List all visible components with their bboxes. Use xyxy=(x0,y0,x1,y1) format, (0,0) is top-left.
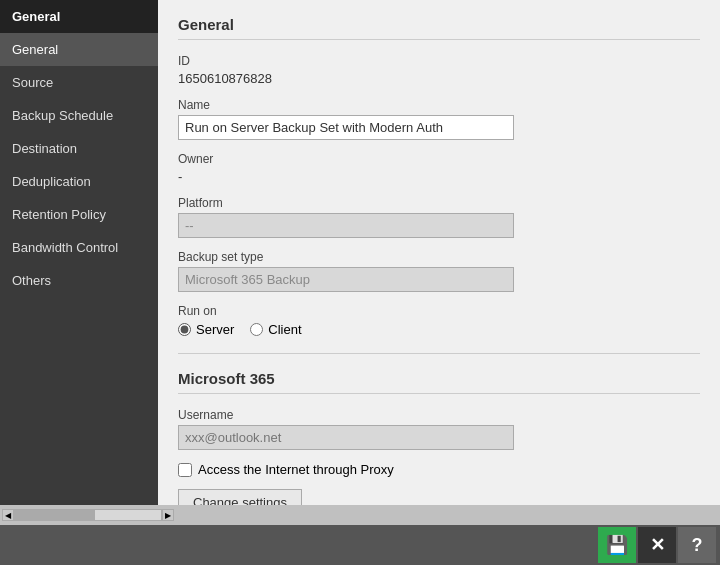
platform-field-group: Platform xyxy=(178,196,700,238)
bottom-toolbar: 💾 ✕ ? xyxy=(0,525,720,565)
change-settings-button[interactable]: Change settings xyxy=(178,489,302,505)
run-on-server-radio[interactable] xyxy=(178,323,191,336)
scrollbar-thumb[interactable] xyxy=(15,510,95,520)
sidebar-item-general[interactable]: General xyxy=(0,33,158,66)
run-on-client-label: Client xyxy=(268,322,301,337)
proxy-label: Access the Internet through Proxy xyxy=(198,462,394,477)
proxy-checkbox[interactable] xyxy=(178,463,192,477)
save-button[interactable]: 💾 xyxy=(598,527,636,563)
general-section-title: General xyxy=(178,16,700,40)
id-label: ID xyxy=(178,54,700,68)
backup-set-type-input xyxy=(178,267,514,292)
sidebar-item-others[interactable]: Others xyxy=(0,264,158,297)
name-input[interactable] xyxy=(178,115,514,140)
username-input[interactable] xyxy=(178,425,514,450)
scrollbar-track xyxy=(14,509,162,521)
help-icon: ? xyxy=(692,535,703,556)
run-on-options: Server Client xyxy=(178,322,700,337)
run-on-client-radio[interactable] xyxy=(250,323,263,336)
section-divider xyxy=(178,353,700,354)
username-label: Username xyxy=(178,408,700,422)
help-button[interactable]: ? xyxy=(678,527,716,563)
ms365-section: Microsoft 365 Username Access the Intern… xyxy=(178,370,700,505)
sidebar-item-source[interactable]: Source xyxy=(0,66,158,99)
scrollbar-right-arrow[interactable]: ▶ xyxy=(162,509,174,521)
backup-set-type-label: Backup set type xyxy=(178,250,700,264)
id-field-group: ID 1650610876828 xyxy=(178,54,700,86)
name-label: Name xyxy=(178,98,700,112)
id-value: 1650610876828 xyxy=(178,71,700,86)
close-icon: ✕ xyxy=(650,534,665,556)
sidebar-item-deduplication[interactable]: Deduplication xyxy=(0,165,158,198)
sidebar-header: General xyxy=(0,0,158,33)
scrollbar-area: ◀ ▶ xyxy=(0,505,720,525)
run-on-server-option[interactable]: Server xyxy=(178,322,234,337)
name-field-group: Name xyxy=(178,98,700,140)
close-button[interactable]: ✕ xyxy=(638,527,676,563)
proxy-checkbox-row: Access the Internet through Proxy xyxy=(178,462,700,477)
username-field-group: Username xyxy=(178,408,700,450)
general-section: General ID 1650610876828 Name Owner - Pl… xyxy=(178,16,700,337)
platform-input xyxy=(178,213,514,238)
ms365-section-title: Microsoft 365 xyxy=(178,370,700,394)
scrollbar-left-arrow[interactable]: ◀ xyxy=(2,509,14,521)
sidebar-item-retention-policy[interactable]: Retention Policy xyxy=(0,198,158,231)
run-on-server-label: Server xyxy=(196,322,234,337)
run-on-field-group: Run on Server Client xyxy=(178,304,700,337)
sidebar-item-bandwidth-control[interactable]: Bandwidth Control xyxy=(0,231,158,264)
save-icon: 💾 xyxy=(606,534,628,556)
platform-label: Platform xyxy=(178,196,700,210)
owner-field-group: Owner - xyxy=(178,152,700,184)
sidebar-item-backup-schedule[interactable]: Backup Schedule xyxy=(0,99,158,132)
owner-label: Owner xyxy=(178,152,700,166)
sidebar: General General Source Backup Schedule D… xyxy=(0,0,158,505)
run-on-client-option[interactable]: Client xyxy=(250,322,301,337)
content-area: General ID 1650610876828 Name Owner - Pl… xyxy=(158,0,720,505)
owner-value: - xyxy=(178,169,700,184)
sidebar-item-destination[interactable]: Destination xyxy=(0,132,158,165)
run-on-label: Run on xyxy=(178,304,700,318)
backup-set-type-field-group: Backup set type xyxy=(178,250,700,292)
